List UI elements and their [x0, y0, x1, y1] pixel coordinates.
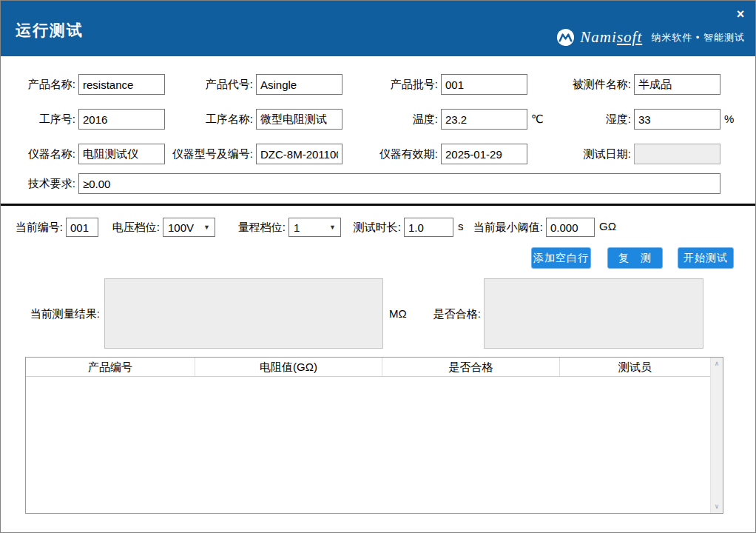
brand-name-tail: soft	[617, 28, 642, 46]
namisoft-logo-icon	[556, 28, 575, 47]
temperature-input[interactable]	[441, 109, 527, 130]
chevron-down-icon: ▼	[203, 224, 210, 231]
qualified-box	[484, 278, 703, 349]
voltage-gear-value: 100V	[168, 221, 194, 234]
test-duration-input[interactable]	[404, 218, 453, 237]
min-threshold-unit: GΩ	[599, 217, 616, 236]
close-icon[interactable]: ×	[732, 6, 749, 22]
range-gear-label: 量程档位:	[212, 218, 286, 237]
test-duration-label: 测试时长:	[327, 218, 401, 237]
instrument-name-label: 仪器名称:	[1, 144, 75, 164]
instrument-expiry-input[interactable]	[441, 144, 527, 164]
measure-result-label: 当前测量结果:	[4, 304, 100, 324]
results-table-header: 产品编号 电阻值(GΩ) 是否合格 测试员	[26, 358, 710, 377]
test-date-input	[634, 144, 720, 164]
temperature-label: 温度:	[327, 109, 438, 130]
brand-name-head: Nami	[580, 28, 617, 46]
brand-name: Namisoft	[580, 28, 642, 47]
humidity-input[interactable]	[634, 109, 720, 130]
instrument-expiry-label: 仪器有效期:	[327, 144, 438, 164]
qualified-label: 是否合格:	[373, 304, 481, 324]
min-threshold-label: 当前最小阈值:	[454, 218, 543, 237]
current-no-label: 当前编号:	[4, 218, 63, 237]
brand-tagline: 纳米软件 • 智能测试	[651, 31, 745, 44]
process-no-label: 工序号:	[1, 109, 75, 130]
page-title: 运行测试	[16, 20, 84, 41]
col-header-resistance[interactable]: 电阻值(GΩ)	[195, 358, 382, 376]
voltage-gear-select[interactable]: 100V ▼	[163, 218, 215, 237]
brand-area: Namisoft 纳米软件 • 智能测试	[556, 28, 745, 47]
section-divider	[1, 204, 756, 206]
col-header-tester[interactable]: 测试员	[560, 358, 710, 376]
process-name-label: 工序名称:	[142, 109, 253, 130]
col-header-product-no[interactable]: 产品编号	[26, 358, 195, 376]
product-batch-input[interactable]	[441, 74, 527, 95]
humidity-unit: %	[724, 109, 734, 130]
start-test-button[interactable]: 开始测试	[678, 247, 734, 269]
product-name-label: 产品名称:	[1, 74, 75, 95]
product-batch-label: 产品批号:	[327, 74, 438, 95]
humidity-label: 湿度:	[520, 109, 631, 130]
results-table: 产品编号 电阻值(GΩ) 是否合格 测试员 ∧ ∨	[25, 357, 723, 514]
run-test-window: 运行测试 × Namisoft 纳米软件 • 智能测试 产品名称: 产品代号: …	[0, 0, 756, 533]
voltage-gear-label: 电压档位:	[86, 218, 160, 237]
tech-requirement-label: 技术要求:	[1, 173, 75, 194]
min-threshold-input[interactable]	[546, 218, 595, 237]
vertical-scrollbar[interactable]: ∧ ∨	[710, 358, 723, 513]
tech-requirement-input[interactable]	[78, 173, 720, 194]
product-code-label: 产品代号:	[142, 74, 253, 95]
measure-result-box	[104, 278, 383, 349]
scroll-up-icon[interactable]: ∧	[711, 358, 723, 370]
scroll-down-icon[interactable]: ∨	[711, 500, 723, 513]
title-bar: 运行测试 × Namisoft 纳米软件 • 智能测试	[1, 1, 755, 56]
col-header-qualified[interactable]: 是否合格	[382, 358, 560, 376]
dut-name-input[interactable]	[634, 74, 720, 95]
retest-button[interactable]: 复 测	[607, 247, 663, 269]
add-blank-row-button[interactable]: 添加空白行	[531, 247, 591, 269]
test-date-label: 测试日期:	[520, 144, 631, 164]
dut-name-label: 被测件名称:	[520, 74, 631, 95]
instrument-model-label: 仪器型号及编号:	[142, 144, 253, 164]
range-gear-value: 1	[294, 221, 300, 234]
